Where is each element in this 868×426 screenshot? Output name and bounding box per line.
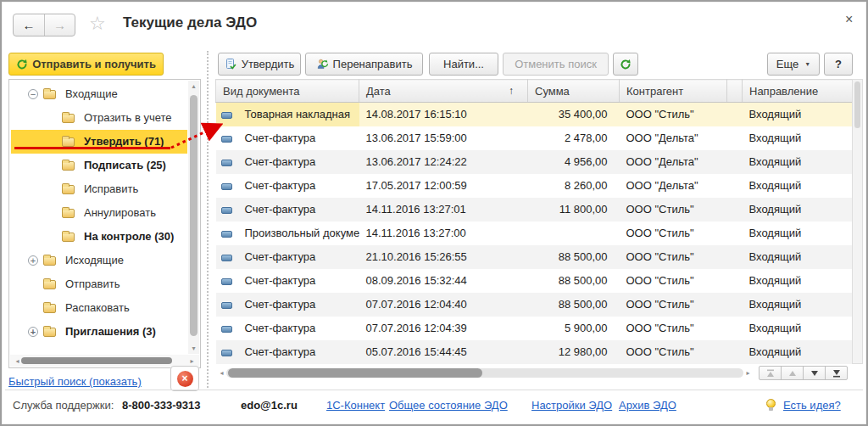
- more-button[interactable]: Еще ▼: [767, 53, 820, 76]
- doc-type-cell: Счет-фактура: [238, 174, 359, 198]
- refresh-button[interactable]: [613, 53, 638, 76]
- date-cell: 14.11.2016 13:27:01: [359, 198, 528, 221]
- minus-expander-icon[interactable]: [28, 89, 38, 99]
- partner-cell: ООО "Стиль": [620, 198, 727, 221]
- table-row[interactable]: Счет-фактура 13.06.2017 15:59:00 2 478,0…: [216, 126, 853, 150]
- approve-button[interactable]: Утвердить: [218, 53, 301, 76]
- folder-icon: [43, 90, 56, 99]
- folder-icon: [62, 137, 75, 147]
- link-edo-status[interactable]: Общее состояние ЭДО: [389, 399, 508, 412]
- support-label: Служба поддержки:: [13, 399, 114, 412]
- close-icon[interactable]: ×: [845, 12, 853, 27]
- tree-item[interactable]: Утвердить (71): [11, 130, 187, 154]
- tree-item[interactable]: Исходящие: [11, 249, 187, 272]
- scroll-up-icon[interactable]: ▴: [188, 82, 199, 90]
- find-button[interactable]: Найти...: [429, 53, 498, 76]
- partner-cell: ООО "Стиль": [620, 293, 727, 317]
- scroll-right-icon[interactable]: ▸: [743, 369, 754, 377]
- next-row-button[interactable]: [803, 366, 826, 380]
- doc-type-cell: Произвольный документ: [238, 221, 359, 245]
- table-horizontal-scrollbar[interactable]: ◂ ▸: [216, 366, 754, 380]
- doc-type-cell: Счет-фактура: [238, 317, 359, 340]
- tree-item[interactable]: Подписать (25): [11, 154, 187, 177]
- scroll-thumb[interactable]: [854, 81, 860, 128]
- document-state-icon: [221, 350, 232, 356]
- tree-item[interactable]: На контроле (30): [11, 225, 187, 249]
- tree-item[interactable]: Входящие: [11, 82, 187, 106]
- table-row[interactable]: Произвольный документ 14.11.2016 13:27:0…: [216, 221, 853, 245]
- table-row[interactable]: Счет-фактура 07.07.2016 12:04:39 5 900,0…: [216, 317, 853, 340]
- table-row[interactable]: Счет-фактура 05.07.2016 15:44:45 12 980,…: [216, 340, 853, 364]
- scroll-thumb[interactable]: [190, 95, 198, 336]
- table-row[interactable]: Счет-фактура 08.09.2016 15:32:44 88 500,…: [216, 269, 853, 293]
- clear-search-button[interactable]: ×: [170, 366, 199, 391]
- send-receive-button[interactable]: Отправить и получить: [8, 53, 164, 76]
- document-state-icon: [221, 183, 232, 190]
- table-row[interactable]: Счет-фактура 21.10.2016 15:26:55 88 500,…: [216, 245, 853, 269]
- quick-search-link[interactable]: Быстрый поиск (показать): [8, 375, 142, 388]
- lightbulb-icon: [766, 399, 776, 408]
- folder-icon: [62, 209, 75, 218]
- doc-type-cell: Счет-фактура: [238, 269, 359, 293]
- partner-cell: ООО "Стиль": [620, 317, 727, 340]
- forward-button[interactable]: →: [44, 14, 75, 36]
- column-header-doc-type[interactable]: Вид документа: [216, 80, 359, 103]
- table-row[interactable]: Счет-фактура 14.11.2016 13:27:01 11 800,…: [216, 198, 853, 221]
- refresh-icon: [620, 59, 632, 70]
- previous-row-button[interactable]: [781, 366, 804, 380]
- help-button[interactable]: ?: [824, 53, 853, 76]
- folder-icon: [62, 233, 75, 242]
- partner-cell: ООО "Дельта": [620, 150, 727, 174]
- direction-cell: Входящий: [743, 317, 853, 340]
- support-phone: 8-800-333-9313: [122, 399, 201, 412]
- tree-item[interactable]: Исправить: [11, 177, 187, 201]
- table-row[interactable]: Товарная накладная 14.08.2017 16:15:10 3…: [216, 103, 853, 126]
- empty-cell: [727, 317, 743, 340]
- go-to-first-row-button[interactable]: [759, 366, 782, 380]
- tree-item[interactable]: Приглашения (3): [11, 320, 187, 344]
- link-1c-connect[interactable]: 1С-Коннект: [326, 399, 385, 412]
- go-to-last-row-button[interactable]: [825, 366, 848, 380]
- scroll-down-icon[interactable]: ▾: [188, 345, 199, 352]
- approve-document-icon: [225, 58, 237, 70]
- table-row[interactable]: Счет-фактура 13.06.2017 12:24:22 4 956,0…: [216, 150, 853, 174]
- back-arrow-icon: ←: [23, 18, 36, 32]
- column-header-sum[interactable]: Сумма: [528, 80, 620, 103]
- link-edo-archive[interactable]: Архив ЭДО: [619, 399, 676, 412]
- tree-item-label: Отправить: [65, 277, 120, 290]
- scroll-thumb[interactable]: [21, 357, 172, 364]
- column-header-date[interactable]: Дата↑: [359, 80, 528, 103]
- cancel-search-button[interactable]: Отменить поиск: [503, 53, 609, 76]
- idea-link[interactable]: Есть идея?: [783, 399, 841, 412]
- tree-item-label: Аннулировать: [84, 206, 156, 219]
- column-header-partner[interactable]: Контрагент: [620, 80, 727, 103]
- tree-horizontal-scrollbar[interactable]: ◂ ▸: [10, 355, 199, 367]
- plus-expander-icon[interactable]: [28, 255, 38, 266]
- column-header-direction[interactable]: Направление: [743, 80, 853, 103]
- doc-type-cell: Счет-фактура: [238, 198, 359, 221]
- favorites-star-icon[interactable]: ☆: [89, 13, 106, 35]
- tree-item[interactable]: Распаковать: [11, 296, 187, 320]
- folder-icon: [43, 304, 56, 313]
- back-button[interactable]: ←: [14, 14, 44, 36]
- partner-cell: ООО "Дельта": [620, 174, 727, 198]
- table-vertical-scrollbar[interactable]: [852, 79, 863, 364]
- plus-expander-icon[interactable]: [28, 327, 38, 337]
- forward-document-button[interactable]: Перенаправить: [305, 53, 423, 76]
- scroll-right-icon[interactable]: ▸: [186, 357, 198, 365]
- date-cell: 13.06.2017 12:24:22: [359, 150, 528, 174]
- tree-vertical-scrollbar[interactable]: ▴ ▾: [188, 81, 199, 354]
- tree-item[interactable]: Аннулировать: [11, 201, 187, 225]
- link-edo-settings[interactable]: Настройки ЭДО: [531, 399, 612, 412]
- scroll-thumb[interactable]: [228, 368, 482, 378]
- tree-item[interactable]: Отразить в учете: [11, 106, 187, 130]
- direction-cell: Входящий: [743, 103, 853, 126]
- doc-type-cell: Счет-фактура: [238, 293, 359, 317]
- table-row[interactable]: Счет-фактура 07.07.2016 12:04:40 88 500,…: [216, 293, 853, 317]
- direction-cell: Входящий: [743, 293, 853, 317]
- tree-item-label: На контроле (30): [84, 230, 174, 243]
- table-row[interactable]: Счет-фактура 17.05.2017 12:00:59 8 260,0…: [216, 174, 853, 198]
- tree-item[interactable]: Отправить: [11, 272, 187, 296]
- column-header-empty[interactable]: [727, 80, 743, 103]
- panel-splitter[interactable]: [207, 51, 209, 388]
